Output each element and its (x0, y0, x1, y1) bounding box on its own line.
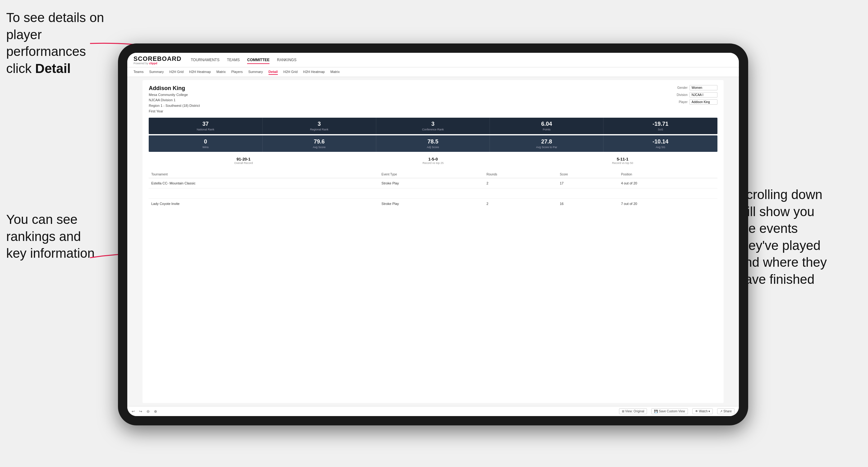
th-tournament: Tournament (149, 171, 379, 178)
td-position-2 (618, 188, 717, 199)
zoom-in-icon[interactable]: ⊕ (154, 409, 157, 413)
player-select[interactable]: Addison King (689, 99, 717, 105)
zoom-out-icon[interactable]: ⊖ (147, 409, 150, 413)
th-event-type: Event Type (379, 171, 484, 178)
gender-control: Gender Women (671, 85, 717, 90)
sub-nav-matrix2[interactable]: Matrix (330, 69, 340, 75)
annotation-top-left: To see details on player performances cl… (6, 9, 124, 77)
td-score-2 (557, 188, 618, 199)
player-division: NJCAA Division 1 (149, 97, 199, 103)
logo-scoreboard: SCOREBOARD (133, 55, 181, 62)
stat-wins: 0 Wins (149, 135, 262, 152)
player-school: Mesa Community College (149, 92, 199, 98)
td-score-3: 16 (557, 199, 618, 209)
table-row: Estella CC- Mountain Classic Stroke Play… (149, 178, 717, 188)
stat-avg-sg: -10.14 Avg SG (603, 135, 717, 152)
save-icon: 💾 (654, 410, 658, 413)
table-row: Lady Coyote Invite Stroke Play 2 16 7 ou… (149, 199, 717, 209)
stat-points: 6.04 Points (490, 118, 603, 134)
annotation-right: Scrolling down will show you the events … (738, 186, 862, 288)
nav-links: TOURNAMENTS TEAMS COMMITTEE RANKINGS (191, 57, 296, 64)
td-rounds-1: 2 (484, 178, 557, 188)
record-top50: 5-11-1 Record vs top 50 (528, 155, 717, 166)
td-event-type-1: Stroke Play (379, 178, 484, 188)
division-select[interactable]: NJCAA I (689, 92, 717, 97)
table-header-row: Tournament Event Type Rounds Score Posit… (149, 171, 717, 178)
share-button[interactable]: ↗ Share (717, 408, 735, 414)
save-custom-button[interactable]: 💾 Save Custom View (651, 408, 688, 414)
share-icon: ↗ (720, 410, 722, 413)
main-content: Addison King Mesa Community College NJCA… (127, 77, 739, 406)
watch-icon: 👁 (695, 410, 698, 413)
nav-rankings[interactable]: RANKINGS (277, 57, 297, 64)
sub-nav-detail[interactable]: Detail (269, 69, 278, 75)
sub-nav-players[interactable]: Players (231, 69, 243, 75)
undo-icon[interactable]: ↩ (132, 409, 135, 413)
td-event-type-3: Stroke Play (379, 199, 484, 209)
toolbar: ↩ ↪ ⊖ ⊕ ⊞ View: Original 💾 Save Custom V… (127, 406, 739, 416)
logo-area: SCOREBOARD Powered by clippd (133, 55, 181, 65)
records-row: 91-20-1 Overall Record 1-5-0 Record vs t… (149, 155, 717, 166)
stat-national-rank: 37 National Rank (149, 118, 262, 134)
td-tournament-3: Lady Coyote Invite (149, 199, 379, 209)
player-label: Player (671, 100, 688, 104)
tournament-table: Tournament Event Type Rounds Score Posit… (149, 171, 717, 209)
record-overall: 91-20-1 Overall Record (149, 155, 338, 166)
gender-select[interactable]: Women (689, 85, 717, 90)
sub-nav-h2h-heatmap[interactable]: H2H Heatmap (189, 69, 211, 75)
sub-nav-summary[interactable]: Summary (149, 69, 164, 75)
th-rounds: Rounds (484, 171, 557, 178)
sub-nav-h2h-heatmap2[interactable]: H2H Heatmap (303, 69, 325, 75)
sub-nav-h2h-grid[interactable]: H2H Grid (169, 69, 183, 75)
table-row (149, 188, 717, 199)
division-label: Division (671, 93, 688, 97)
nav-bar: SCOREBOARD Powered by clippd TOURNAMENTS… (127, 53, 739, 67)
nav-committee[interactable]: COMMITTEE (247, 57, 270, 64)
td-tournament-1: Estella CC- Mountain Classic (149, 178, 379, 188)
record-top25: 1-5-0 Record vs top 25 (338, 155, 528, 166)
stat-avg-score-par: 27.8 Avg Score to Par (490, 135, 603, 152)
player-year: First Year (149, 109, 199, 114)
stat-conference-rank: 3 Conference Rank (376, 118, 490, 134)
stat-adj-score: 78.5 Adj Score (376, 135, 490, 152)
sub-nav-matrix[interactable]: Matrix (216, 69, 226, 75)
stats-grid-2: 0 Wins 79.6 Avg Score 78.5 Adj Score 27.… (149, 135, 717, 152)
player-info: Addison King Mesa Community College NJCA… (149, 85, 199, 114)
td-score-1: 17 (557, 178, 618, 188)
td-position-3: 7 out of 20 (618, 199, 717, 209)
division-control: Division NJCAA I (671, 92, 717, 97)
th-score: Score (557, 171, 618, 178)
logo-powered: Powered by clippd (133, 62, 181, 65)
player-region: Region 1 - Southwest (18) District (149, 103, 199, 109)
td-position-1: 4 out of 20 (618, 178, 717, 188)
stat-regional-rank: 3 Regional Rank (262, 118, 376, 134)
nav-tournaments[interactable]: TOURNAMENTS (191, 57, 219, 64)
stat-sos: -19.71 SoS (603, 118, 717, 134)
stat-avg-score: 79.6 Avg Score (262, 135, 376, 152)
player-name: Addison King (149, 85, 199, 92)
player-controls: Gender Women Division NJCAA I (671, 85, 717, 114)
td-tournament-2 (149, 188, 379, 199)
td-event-type-2 (379, 188, 484, 199)
player-control: Player Addison King (671, 99, 717, 105)
tablet: SCOREBOARD Powered by clippd TOURNAMENTS… (118, 43, 748, 426)
sub-nav-teams[interactable]: Teams (133, 69, 144, 75)
content-panel: Addison King Mesa Community College NJCA… (143, 80, 724, 403)
td-rounds-3: 2 (484, 199, 557, 209)
stats-grid-1: 37 National Rank 3 Regional Rank 3 Confe… (149, 118, 717, 134)
redo-icon[interactable]: ↪ (139, 409, 142, 413)
player-header: Addison King Mesa Community College NJCA… (149, 85, 717, 114)
watch-button[interactable]: 👁 Watch ▾ (692, 408, 713, 414)
view-original-button[interactable]: ⊞ View: Original (619, 408, 647, 414)
sub-nav-h2h-grid2[interactable]: H2H Grid (283, 69, 298, 75)
td-rounds-2 (484, 188, 557, 199)
gender-label: Gender (671, 86, 688, 89)
th-position: Position (618, 171, 717, 178)
sub-nav-summary2[interactable]: Summary (248, 69, 263, 75)
view-icon: ⊞ (622, 410, 624, 413)
annotation-bottom-left: You can see rankings and key information (6, 211, 124, 262)
sub-nav: Teams Summary H2H Grid H2H Heatmap Matri… (127, 67, 739, 77)
tablet-screen: SCOREBOARD Powered by clippd TOURNAMENTS… (127, 53, 739, 416)
nav-teams[interactable]: TEAMS (227, 57, 240, 64)
